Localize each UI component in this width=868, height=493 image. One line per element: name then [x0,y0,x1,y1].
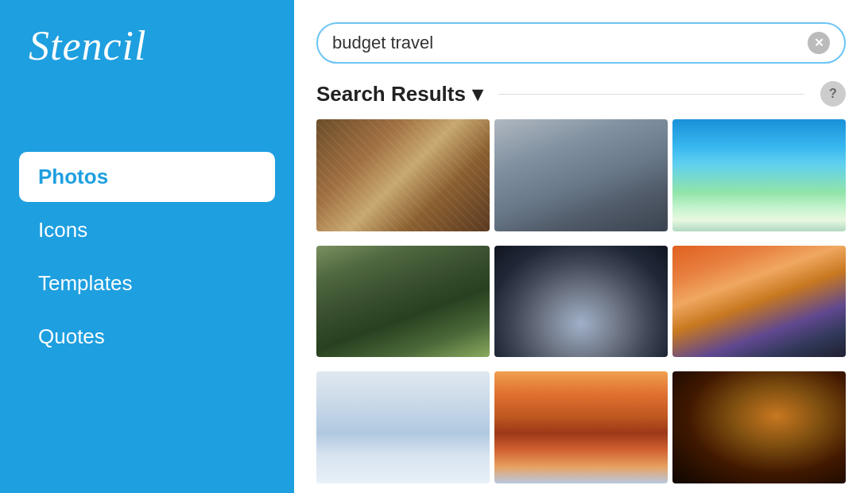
photo-item[interactable] [494,119,668,231]
results-title-text: Search Results [316,82,466,107]
sidebar: Stencil PhotosIconsTemplatesQuotes [0,0,294,493]
search-bar[interactable] [316,22,846,64]
photo-grid [316,119,846,493]
sidebar-item-templates[interactable]: Templates [19,258,275,309]
app-logo: Stencil [29,23,147,68]
nav-menu: PhotosIconsTemplatesQuotes [0,152,294,362]
photo-item[interactable] [672,246,846,358]
search-input[interactable] [332,33,808,53]
results-divider [498,94,804,95]
photo-item[interactable] [494,246,668,358]
sidebar-item-quotes[interactable]: Quotes [19,312,275,362]
photo-item[interactable] [672,119,846,231]
photo-item[interactable] [672,371,846,483]
photo-item[interactable] [316,371,490,483]
search-clear-button[interactable] [808,32,830,54]
results-header: Search Results ▾ ? [316,81,846,107]
main-content: Search Results ▾ ? [294,0,868,493]
help-button[interactable]: ? [820,81,846,107]
sidebar-item-icons[interactable]: Icons [19,205,275,255]
photo-item[interactable] [494,371,668,483]
sidebar-item-photos[interactable]: Photos [19,152,275,202]
photo-item[interactable] [316,119,490,231]
photo-item[interactable] [316,246,490,358]
results-title: Search Results ▾ [316,82,482,107]
logo-area: Stencil [0,0,294,88]
chevron-down-icon[interactable]: ▾ [472,82,482,107]
